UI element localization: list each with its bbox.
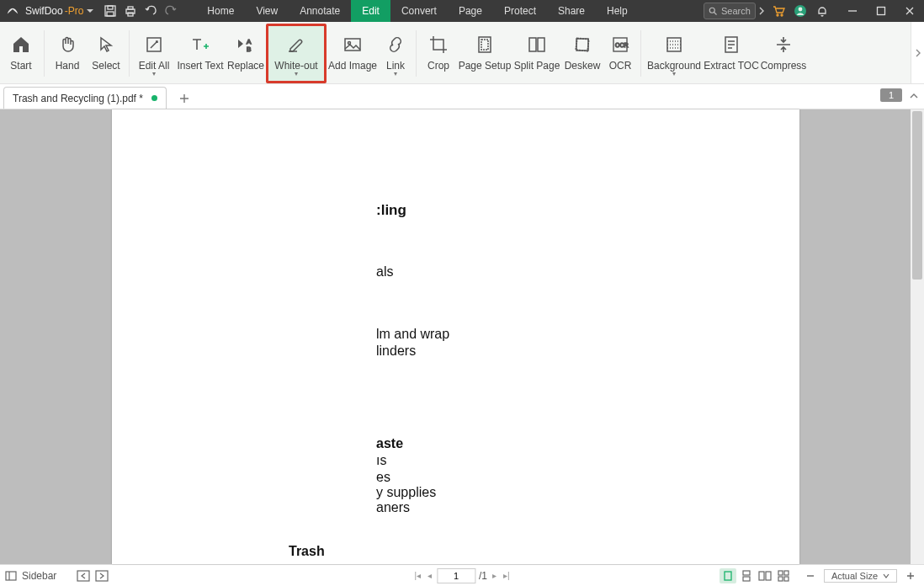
page-1[interactable]: :ling als lm and wrap linders aste ıs es…	[112, 109, 799, 564]
tool-select[interactable]: Select	[87, 24, 125, 83]
file-tab-label: Trash and Recycling (1).pdf *	[13, 93, 143, 104]
menu-protect[interactable]: Protect	[493, 0, 547, 22]
tool-crop[interactable]: Crop	[420, 24, 457, 83]
svg-rect-5	[128, 13, 133, 16]
tool-add-image[interactable]: Add Image	[327, 24, 379, 83]
menu-help[interactable]: Help	[596, 0, 639, 22]
svg-rect-34	[766, 572, 771, 580]
tool-compress[interactable]: Compress	[759, 24, 808, 83]
menu-view[interactable]: View	[245, 0, 289, 22]
unsaved-indicator-icon	[151, 95, 157, 101]
close-button[interactable]	[895, 0, 924, 22]
menu-convert[interactable]: Convert	[390, 0, 448, 22]
save-icon[interactable]	[100, 4, 120, 18]
view-continuous-button[interactable]	[738, 568, 755, 583]
first-page-button[interactable]: |◂	[412, 571, 422, 580]
doc-text: linders	[376, 344, 416, 359]
tool-background[interactable]: Background▾	[645, 24, 704, 83]
app-menu-caret-icon[interactable]	[87, 8, 93, 14]
file-tab[interactable]: Trash and Recycling (1).pdf *	[3, 87, 167, 109]
zoom-in-button[interactable]	[902, 568, 919, 583]
redo-icon[interactable]	[161, 4, 181, 18]
notifications-icon[interactable]	[811, 4, 833, 18]
menu-page[interactable]: Page	[448, 0, 493, 22]
tool-insert-text[interactable]: Insert Text	[175, 24, 226, 83]
background-icon	[664, 33, 684, 56]
menu-home[interactable]: Home	[196, 0, 245, 22]
ocr-icon: OCR	[610, 33, 630, 56]
tool-edit-all[interactable]: Edit All▾	[133, 24, 175, 83]
svg-point-6	[709, 8, 714, 13]
tool-split-page[interactable]: Split Page	[512, 24, 561, 83]
svg-text:OCR: OCR	[615, 42, 629, 48]
svg-rect-19	[529, 38, 536, 51]
next-page-button[interactable]: ▸	[491, 571, 498, 580]
svg-rect-11	[878, 8, 885, 15]
last-page-button[interactable]: ▸|	[502, 571, 512, 580]
new-tab-button[interactable]	[178, 93, 190, 104]
panel-left-button[interactable]	[77, 570, 90, 582]
view-single-page-button[interactable]	[720, 568, 736, 583]
vertical-scrollbar[interactable]	[911, 109, 924, 564]
tool-deskew[interactable]: Deskew	[561, 24, 603, 83]
document-tabbar: Trash and Recycling (1).pdf * 1	[0, 84, 924, 109]
zoom-out-button[interactable]	[802, 568, 819, 583]
deskew-icon	[572, 33, 592, 56]
ribbon-edit: Start Hand Select Edit All▾ Insert Text …	[0, 22, 924, 84]
extract-toc-icon	[721, 33, 741, 56]
doc-text: lm and wrap	[376, 327, 449, 342]
tool-extract-toc[interactable]: Extract TOC	[704, 24, 759, 83]
hand-icon	[57, 33, 77, 56]
svg-rect-22	[576, 38, 589, 51]
search-overflow-icon[interactable]	[756, 7, 767, 15]
tool-white-out[interactable]: White-out▾	[266, 24, 327, 83]
doc-text: als	[376, 264, 393, 280]
image-icon	[343, 33, 363, 56]
insert-text-icon	[189, 33, 211, 56]
maximize-button[interactable]	[867, 0, 895, 22]
svg-rect-18	[481, 40, 488, 50]
tool-page-setup[interactable]: Page Setup	[457, 24, 512, 83]
panel-right-button[interactable]	[95, 570, 109, 582]
sidebar-label: Sidebar	[22, 570, 56, 582]
tool-start[interactable]: Start	[2, 24, 40, 83]
window-controls	[838, 0, 924, 22]
app-name: SwifDoo	[25, 5, 63, 17]
menu-share[interactable]: Share	[547, 0, 596, 22]
svg-point-7	[777, 14, 778, 16]
scrollbar-thumb[interactable]	[912, 111, 922, 280]
svg-rect-35	[778, 571, 783, 575]
search-box[interactable]: Search	[704, 3, 756, 19]
tool-ocr[interactable]: OCR OCR	[603, 24, 637, 83]
menu-edit[interactable]: Edit	[351, 0, 390, 22]
page-number-input[interactable]	[437, 568, 475, 583]
svg-rect-1	[108, 6, 113, 9]
undo-icon[interactable]	[141, 4, 161, 18]
crop-icon	[428, 33, 449, 56]
print-icon[interactable]	[120, 4, 141, 18]
tool-link[interactable]: Link▾	[379, 24, 412, 83]
doc-text: :ling	[376, 202, 406, 219]
split-page-icon	[527, 33, 547, 56]
svg-rect-38	[784, 577, 789, 581]
page-indicator-badge: 1	[880, 88, 902, 102]
tool-replace[interactable]: AB Replace	[226, 24, 266, 83]
account-icon[interactable]	[789, 4, 811, 18]
doc-text: es	[376, 470, 390, 485]
zoom-label: Actual Size	[831, 571, 878, 581]
menu-annotate[interactable]: Annotate	[289, 0, 351, 22]
prev-page-button[interactable]: ◂	[426, 571, 433, 580]
titlebar-right-icons	[767, 4, 833, 18]
zoom-select[interactable]: Actual Size	[824, 569, 897, 583]
view-grid-button[interactable]	[775, 568, 792, 583]
collapse-ribbon-button[interactable]	[909, 91, 919, 101]
ribbon-overflow-button[interactable]	[911, 22, 924, 83]
page-setup-icon	[475, 33, 495, 56]
tool-hand[interactable]: Hand	[48, 24, 87, 83]
view-two-page-button[interactable]	[757, 568, 773, 583]
document-canvas[interactable]: :ling als lm and wrap linders aste ıs es…	[0, 109, 924, 564]
sidebar-toggle[interactable]: Sidebar	[5, 570, 56, 582]
svg-rect-37	[778, 577, 783, 581]
cart-icon[interactable]	[767, 4, 789, 18]
minimize-button[interactable]	[838, 0, 867, 22]
